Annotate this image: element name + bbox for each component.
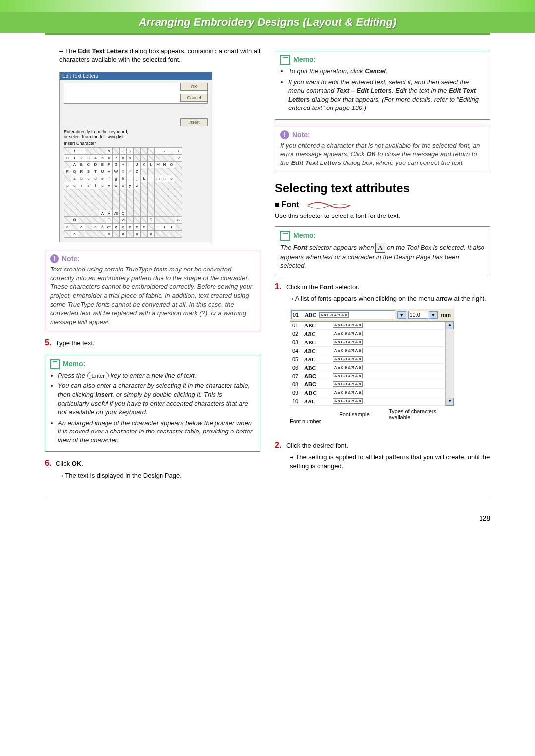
char-cell[interactable]: [141, 168, 148, 175]
char-cell[interactable]: [106, 196, 113, 203]
char-cell[interactable]: [175, 182, 182, 189]
char-cell[interactable]: [134, 148, 141, 155]
char-cell[interactable]: [78, 196, 85, 203]
char-cell[interactable]: m: [155, 175, 161, 182]
char-cell[interactable]: [127, 189, 134, 196]
char-cell[interactable]: [92, 217, 99, 224]
char-cell[interactable]: a: [71, 175, 78, 182]
char-cell[interactable]: [168, 182, 175, 189]
char-cell[interactable]: ø: [120, 231, 127, 238]
char-cell[interactable]: [175, 162, 182, 168]
char-cell[interactable]: X: [120, 168, 127, 175]
char-cell[interactable]: ñ: [71, 231, 78, 238]
char-cell[interactable]: [134, 189, 141, 196]
char-cell[interactable]: P: [64, 168, 71, 175]
char-cell[interactable]: 2: [78, 155, 85, 162]
char-cell[interactable]: 0: [64, 155, 71, 162]
char-cell[interactable]: [175, 224, 182, 231]
char-cell[interactable]: [168, 210, 175, 217]
char-cell[interactable]: [78, 210, 85, 217]
char-cell[interactable]: [168, 217, 175, 224]
char-cell[interactable]: [64, 148, 71, 155]
char-cell[interactable]: [85, 189, 92, 196]
char-cell[interactable]: 5: [99, 155, 106, 162]
char-cell[interactable]: C: [85, 162, 92, 168]
char-cell[interactable]: [161, 196, 168, 203]
char-cell[interactable]: [141, 196, 148, 203]
char-cell[interactable]: Y: [127, 168, 134, 175]
char-cell[interactable]: d: [92, 175, 99, 182]
char-cell[interactable]: r: [78, 182, 85, 189]
char-cell[interactable]: [168, 196, 175, 203]
char-cell[interactable]: e: [99, 175, 106, 182]
char-cell[interactable]: ú: [134, 231, 141, 238]
char-cell[interactable]: Á: [106, 210, 113, 217]
char-cell[interactable]: 6: [106, 155, 113, 162]
char-cell[interactable]: n: [161, 175, 168, 182]
font-dropdown[interactable]: 01 ABC A a 0-9 &?! Ä ä ▾ ▾ mm ▴ ▾: [290, 309, 454, 406]
font-list-item[interactable]: 05ABCA a 0-9 &?! Ä ä: [290, 355, 454, 364]
char-cell[interactable]: A: [71, 162, 78, 168]
char-cell[interactable]: é: [127, 224, 134, 231]
char-cell[interactable]: b: [78, 175, 85, 182]
char-cell[interactable]: [148, 210, 155, 217]
char-cell[interactable]: T: [92, 168, 99, 175]
char-cell[interactable]: J: [134, 162, 141, 168]
char-cell[interactable]: [155, 210, 161, 217]
size-dropdown-arrow-icon[interactable]: ▾: [429, 311, 438, 319]
char-cell[interactable]: k: [141, 175, 148, 182]
char-cell[interactable]: [168, 168, 175, 175]
char-cell[interactable]: [141, 182, 148, 189]
char-cell[interactable]: L: [148, 162, 155, 168]
char-cell[interactable]: î: [161, 224, 168, 231]
char-cell[interactable]: [64, 210, 71, 217]
font-list-item[interactable]: 10ABCA a 0-9 &?! Ä ä: [290, 397, 454, 406]
char-cell[interactable]: [148, 182, 155, 189]
char-cell[interactable]: [148, 189, 155, 196]
char-cell[interactable]: [175, 189, 182, 196]
char-cell[interactable]: [78, 217, 85, 224]
char-cell[interactable]: [161, 182, 168, 189]
char-cell[interactable]: Ö: [106, 217, 113, 224]
char-cell[interactable]: [85, 210, 92, 217]
char-cell[interactable]: [141, 210, 148, 217]
char-cell[interactable]: o: [168, 175, 175, 182]
char-cell[interactable]: 7: [113, 155, 120, 162]
char-cell[interactable]: ê: [134, 224, 141, 231]
char-cell[interactable]: [148, 224, 155, 231]
char-cell[interactable]: ?: [175, 155, 182, 162]
char-cell[interactable]: (: [120, 148, 127, 155]
char-cell[interactable]: [141, 148, 148, 155]
char-cell[interactable]: 1: [71, 155, 78, 162]
char-cell[interactable]: .: [168, 148, 175, 155]
char-cell[interactable]: [168, 203, 175, 210]
char-cell[interactable]: [113, 189, 120, 196]
char-cell[interactable]: [78, 203, 85, 210]
char-cell[interactable]: æ: [106, 224, 113, 231]
char-cell[interactable]: u: [99, 182, 106, 189]
char-cell[interactable]: -: [161, 148, 168, 155]
char-cell[interactable]: [71, 203, 78, 210]
char-cell[interactable]: O: [168, 162, 175, 168]
char-cell[interactable]: [175, 168, 182, 175]
char-cell[interactable]: [155, 196, 161, 203]
char-cell[interactable]: x: [120, 182, 127, 189]
char-cell[interactable]: [127, 196, 134, 203]
font-list-item[interactable]: 02ABCA a 0-9 &?! Ä ä: [290, 330, 454, 338]
char-cell[interactable]: [168, 231, 175, 238]
char-cell[interactable]: [120, 196, 127, 203]
char-cell[interactable]: [85, 231, 92, 238]
char-cell[interactable]: E: [99, 162, 106, 168]
char-cell[interactable]: g: [113, 175, 120, 182]
char-cell[interactable]: [168, 189, 175, 196]
char-cell[interactable]: /: [175, 148, 182, 155]
char-cell[interactable]: [64, 175, 71, 182]
char-cell[interactable]: [161, 203, 168, 210]
char-cell[interactable]: [113, 148, 120, 155]
char-cell[interactable]: [141, 231, 148, 238]
char-cell[interactable]: ": [78, 148, 85, 155]
char-cell[interactable]: [92, 196, 99, 203]
char-cell[interactable]: Ñ: [71, 217, 78, 224]
char-cell[interactable]: i: [127, 175, 134, 182]
char-cell[interactable]: [92, 148, 99, 155]
